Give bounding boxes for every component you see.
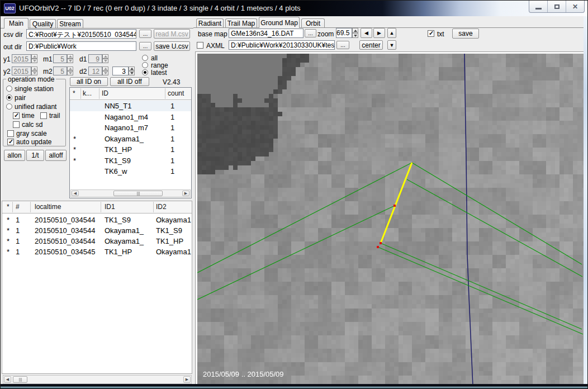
left-panel-hscrollbar[interactable]: ◀ ▶ — [3, 375, 192, 384]
spin-down-icon[interactable] — [352, 33, 358, 38]
restore-button[interactable] — [548, 1, 566, 12]
spin-down-icon[interactable] — [129, 71, 135, 75]
ground-map-canvas[interactable] — [197, 54, 584, 385]
pair-table-row[interactable]: *120150510_034544TK1_S9Okayama1 — [2, 215, 192, 225]
all-id-off-button[interactable]: all ID off — [110, 77, 149, 86]
m1-spinner[interactable] — [67, 54, 73, 63]
time-checkbox[interactable] — [13, 112, 20, 119]
pan-left-button[interactable]: ◀ — [361, 28, 372, 38]
tab-trail-map[interactable]: Trail Map — [225, 18, 257, 28]
minimize-button[interactable] — [529, 1, 548, 12]
spin-down-icon[interactable] — [31, 59, 37, 63]
gray-scale-checkbox[interactable] — [7, 130, 14, 137]
base-map-browse-button[interactable]: ... — [305, 29, 316, 37]
scroll-right-icon[interactable]: ▶ — [183, 376, 191, 383]
id-table-row[interactable]: TK6_w1 — [70, 166, 191, 177]
pan-right-button[interactable]: ▶ — [373, 28, 385, 38]
d1-spinner[interactable] — [102, 54, 108, 63]
d2-spinbox[interactable]: 12 — [88, 67, 102, 75]
scrollbar-thumb[interactable] — [113, 191, 163, 196]
scrollbar-thumb[interactable] — [13, 376, 27, 383]
y2-spinner[interactable] — [31, 67, 37, 75]
tab-quality[interactable]: Quality — [30, 19, 56, 29]
pair-radio[interactable] — [6, 94, 12, 101]
calc-sd-checkbox[interactable] — [13, 121, 20, 128]
scroll-left-icon[interactable]: ◀ — [72, 191, 79, 196]
latest-radio[interactable] — [142, 69, 148, 75]
d2-spinner[interactable] — [102, 67, 108, 75]
spin-up-icon[interactable] — [31, 54, 37, 59]
tab-ground-map[interactable]: Ground Map — [259, 17, 300, 28]
spin-up-icon[interactable] — [352, 28, 358, 33]
spin-up-icon[interactable] — [67, 67, 73, 71]
latest-count-spinbox[interactable]: 3 — [112, 67, 129, 75]
spin-down-icon[interactable] — [31, 71, 37, 75]
tab-main[interactable]: Main — [4, 18, 29, 29]
spin-up-icon[interactable] — [102, 54, 108, 59]
id-table-hscrollbar[interactable]: ◀ ▶ — [70, 189, 191, 197]
id-table-row[interactable]: *TK1_S91 — [70, 155, 191, 166]
row-star: * — [7, 237, 10, 245]
pair-table-row[interactable]: *120150510_034544Okayama1_TK1_S9 — [2, 225, 192, 236]
axml-path-input[interactable]: D:¥Public¥Work¥20130330UK¥testcs — [229, 40, 335, 50]
center-button[interactable]: center — [359, 40, 383, 50]
y2-spinbox[interactable]: 2015 — [12, 67, 31, 75]
allon-button[interactable]: allon — [4, 150, 25, 161]
m2-spinner[interactable] — [67, 67, 73, 75]
zoom-spinner[interactable] — [352, 28, 358, 38]
spin-down-icon[interactable] — [102, 71, 108, 75]
tab-radiant[interactable]: Radiant — [196, 18, 224, 28]
zoom-spinbox[interactable]: 69.5 — [336, 28, 352, 38]
base-map-input[interactable]: GMe136n34_16.DAT — [229, 29, 304, 38]
scroll-right-icon[interactable]: ▶ — [182, 191, 189, 196]
all-id-on-button[interactable]: all ID on — [70, 77, 108, 86]
id-table-row[interactable]: NN5_T11 — [70, 101, 191, 111]
pan-down-button[interactable]: ▼ — [387, 40, 396, 50]
id-table-row[interactable]: Nagano1_m41 — [70, 112, 191, 122]
d1-spinbox[interactable]: 9 — [88, 54, 102, 63]
window-bottom-edge — [1, 384, 588, 388]
out-dir-input[interactable]: D:¥Public¥Work — [26, 41, 136, 51]
read-mcsv-button[interactable]: read M.csv — [154, 29, 190, 39]
spin-up-icon[interactable] — [31, 67, 37, 71]
txt-checkbox[interactable] — [428, 30, 434, 37]
id-table-row[interactable]: *Okayama1_1 — [70, 134, 191, 144]
spin-up-icon[interactable] — [129, 67, 135, 71]
tab-orbit[interactable]: Orbit — [301, 18, 325, 28]
tab-stream[interactable]: Stream — [57, 19, 83, 29]
scroll-left-icon[interactable]: ◀ — [4, 376, 11, 383]
one-t-button[interactable]: 1/t — [26, 150, 44, 161]
pair-table-row[interactable]: *120150510_034544Okayama1_TK1_HP — [2, 236, 192, 246]
trail-checkbox[interactable] — [40, 112, 47, 119]
axml-checkbox[interactable] — [197, 42, 203, 49]
all-radio[interactable] — [142, 55, 148, 61]
single-station-radio[interactable] — [6, 86, 12, 92]
save-ucsv-button[interactable]: save U.csv — [154, 41, 190, 51]
range-radio[interactable] — [142, 62, 148, 68]
id-table-row[interactable]: *TK1_HP1 — [70, 144, 191, 155]
row-count: 1 — [170, 135, 174, 143]
m1-spinbox[interactable]: 5 — [53, 54, 67, 63]
spin-up-icon[interactable] — [67, 54, 73, 59]
alloff-button[interactable]: alloff — [45, 150, 67, 161]
y1-spinbox[interactable]: 2015 — [12, 54, 31, 63]
spin-down-icon[interactable] — [67, 71, 73, 75]
spin-up-icon[interactable] — [102, 67, 108, 71]
m2-spinbox[interactable]: 5 — [53, 67, 67, 75]
pan-up-button[interactable]: ▲ — [387, 28, 396, 38]
y1-spinner[interactable] — [31, 54, 37, 63]
auto-update-checkbox[interactable] — [7, 139, 14, 145]
save-button[interactable]: save — [452, 29, 479, 39]
pair-table-row[interactable]: *120150510_034545TK1_HPOkayama1 — [2, 246, 192, 257]
axml-browse-button[interactable]: ... — [336, 41, 349, 49]
csv-dir-browse-button[interactable]: ... — [139, 30, 151, 38]
close-button[interactable]: ✕ — [566, 1, 584, 12]
unified-radiant-radio[interactable] — [6, 103, 12, 110]
out-dir-browse-button[interactable]: ... — [139, 42, 151, 50]
spin-down-icon[interactable] — [67, 59, 73, 63]
csv-dir-input[interactable]: C:¥Root¥テスト¥20150510_034544 — [26, 29, 136, 39]
spin-down-icon[interactable] — [102, 59, 108, 63]
id-table-row[interactable]: Nagano1_m71 — [70, 122, 191, 133]
latest-count-spinner[interactable] — [129, 67, 135, 75]
tab-trail-map-label: Trail Map — [227, 20, 255, 27]
